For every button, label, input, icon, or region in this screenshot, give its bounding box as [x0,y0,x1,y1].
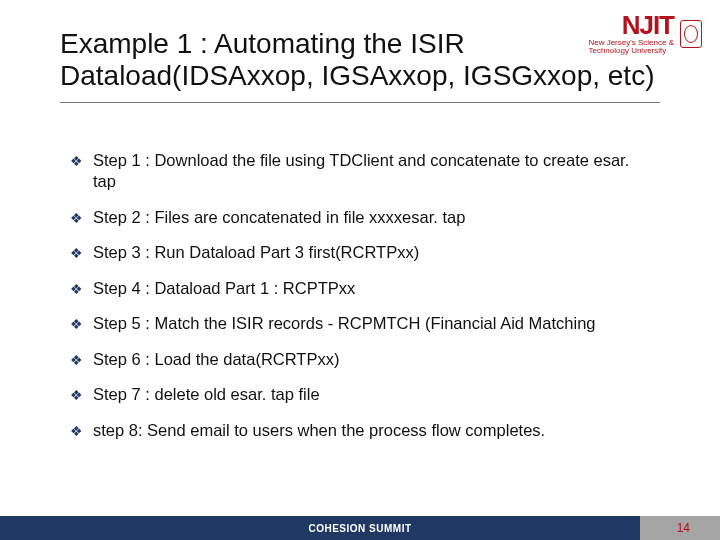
list-item: ❖ Step 5 : Match the ISIR records - RCPM… [70,313,650,334]
bullet-text: Step 1 : Download the file using TDClien… [93,150,650,193]
page-number: 14 [677,521,690,535]
bullet-text: step 8: Send email to users when the pro… [93,420,545,441]
list-item: ❖ Step 6 : Load the data(RCRTPxx) [70,349,650,370]
diamond-bullet-icon: ❖ [70,422,83,441]
bullet-text: Step 4 : Dataload Part 1 : RCPTPxx [93,278,355,299]
list-item: ❖ Step 2 : Files are concatenated in fil… [70,207,650,228]
list-item: ❖ Step 3 : Run Dataload Part 3 first(RCR… [70,242,650,263]
diamond-bullet-icon: ❖ [70,351,83,370]
list-item: ❖ step 8: Send email to users when the p… [70,420,650,441]
content-area: ❖ Step 1 : Download the file using TDCli… [70,150,650,455]
bullet-text: Step 5 : Match the ISIR records - RCPMTC… [93,313,596,334]
diamond-bullet-icon: ❖ [70,244,83,263]
bullet-text: Step 3 : Run Dataload Part 3 first(RCRTP… [93,242,419,263]
slide: NJIT New Jersey's Science & Technology U… [0,0,720,540]
footer-label: COHESION SUMMIT [308,523,411,534]
diamond-bullet-icon: ❖ [70,152,83,171]
list-item: ❖ Step 1 : Download the file using TDCli… [70,150,650,193]
seal-icon [680,20,702,48]
title-divider [60,102,660,103]
slide-title: Example 1 : Automating the ISIR Dataload… [60,28,660,92]
bullet-text: Step 7 : delete old esar. tap file [93,384,320,405]
bullet-text: Step 2 : Files are concatenated in file … [93,207,465,228]
footer-bar: COHESION SUMMIT [0,516,720,540]
diamond-bullet-icon: ❖ [70,386,83,405]
list-item: ❖ Step 4 : Dataload Part 1 : RCPTPxx [70,278,650,299]
diamond-bullet-icon: ❖ [70,209,83,228]
bullet-text: Step 6 : Load the data(RCRTPxx) [93,349,339,370]
diamond-bullet-icon: ❖ [70,280,83,299]
list-item: ❖ Step 7 : delete old esar. tap file [70,384,650,405]
title-block: Example 1 : Automating the ISIR Dataload… [60,28,660,103]
diamond-bullet-icon: ❖ [70,315,83,334]
